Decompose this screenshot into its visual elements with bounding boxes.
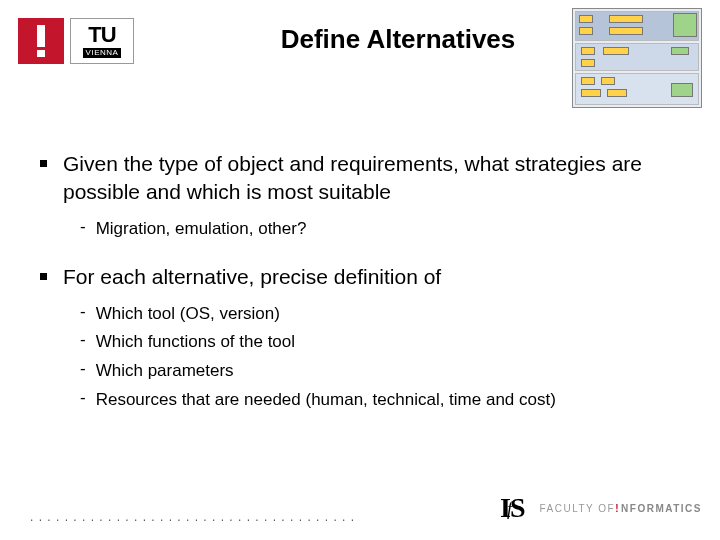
dash-icon: -: [80, 330, 86, 350]
ifs-logo: IfS: [500, 492, 522, 524]
dash-icon: -: [80, 388, 86, 408]
sub-bullet-text: Which tool (OS, version): [96, 302, 280, 327]
faculty-word: NFORMATICS: [621, 503, 702, 514]
sub-bullet-text: Which parameters: [96, 359, 234, 384]
footer-dots: . . . . . . . . . . . . . . . . . . . . …: [30, 510, 355, 524]
faculty-label: FACULTY OF !NFORMATICS: [539, 503, 702, 514]
sub-bullet-item: - Resources that are needed (human, tech…: [80, 388, 680, 413]
logo-exclaim: [18, 18, 64, 64]
sub-bullet-text: Resources that are needed (human, techni…: [96, 388, 556, 413]
square-bullet-icon: [40, 160, 47, 167]
sub-bullet-item: - Which functions of the tool: [80, 330, 680, 355]
dash-icon: -: [80, 302, 86, 322]
bullet-text: Given the type of object and requirement…: [63, 150, 680, 207]
sub-bullet-text: Which functions of the tool: [96, 330, 295, 355]
footer-logos: IfS FACULTY OF !NFORMATICS: [500, 492, 702, 524]
exclaim-icon: [32, 24, 50, 58]
faculty-prefix: FACULTY OF: [539, 503, 615, 514]
bullet-item: Given the type of object and requirement…: [40, 150, 680, 207]
dash-icon: -: [80, 217, 86, 237]
bullet-text: For each alternative, precise definition…: [63, 263, 441, 291]
content-area: Given the type of object and requirement…: [40, 150, 680, 416]
square-bullet-icon: [40, 273, 47, 280]
bullet-item: For each alternative, precise definition…: [40, 263, 680, 291]
sub-bullet-text: Migration, emulation, other?: [96, 217, 307, 242]
ifs-i: I: [500, 492, 507, 523]
logo-tu-text: TU: [88, 24, 115, 46]
logo-vienna-text: VIENNA: [83, 48, 122, 58]
slide: TU VIENNA Define Alternatives Given the …: [0, 0, 720, 540]
corner-diagram: [572, 8, 702, 108]
sub-bullet-item: - Which parameters: [80, 359, 680, 384]
sub-bullet-item: - Migration, emulation, other?: [80, 217, 680, 242]
footer: . . . . . . . . . . . . . . . . . . . . …: [30, 492, 702, 524]
dash-icon: -: [80, 359, 86, 379]
ifs-s: S: [510, 492, 522, 523]
logo-tu-vienna: TU VIENNA: [70, 18, 134, 64]
svg-rect-1: [37, 50, 45, 57]
sub-bullet-item: - Which tool (OS, version): [80, 302, 680, 327]
faculty-bang-icon: !: [615, 503, 620, 514]
svg-rect-0: [37, 25, 45, 47]
